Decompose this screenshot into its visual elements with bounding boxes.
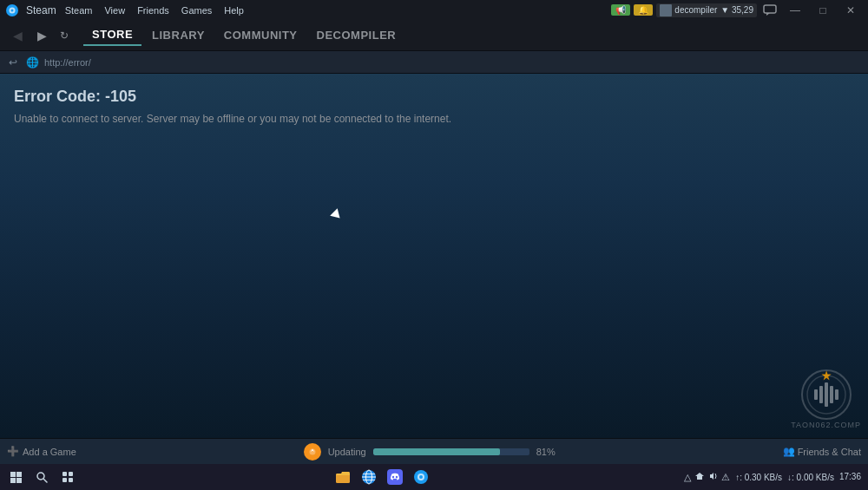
points-badge: ▼ 35,29 xyxy=(720,5,753,15)
game-updating-icon xyxy=(304,443,321,461)
svg-point-31 xyxy=(419,475,423,479)
minimize-button[interactable]: — xyxy=(783,3,807,17)
tray-network-icon xyxy=(694,471,706,483)
system-tray-icons: △ ⚠ xyxy=(684,471,730,483)
addressbar: ↩ 🌐 xyxy=(0,51,868,74)
progress-bar-fill xyxy=(373,448,500,455)
svg-point-2 xyxy=(11,9,14,11)
status-right: 👥 Friends & Chat xyxy=(783,446,861,457)
taskbar-search-button[interactable] xyxy=(30,466,54,488)
svg-rect-8 xyxy=(825,382,828,407)
avatar xyxy=(660,4,672,16)
close-button[interactable]: ✕ xyxy=(838,3,863,17)
tab-community[interactable]: COMMUNITY xyxy=(215,25,306,45)
svg-rect-16 xyxy=(62,472,67,476)
svg-line-15 xyxy=(44,480,48,483)
windows-logo-icon xyxy=(10,472,22,483)
tab-decompiler[interactable]: DECOMPILER xyxy=(308,25,405,45)
taskbar-apps xyxy=(331,466,433,488)
svg-point-14 xyxy=(37,473,44,480)
error-message: Unable to connect to server. Server may … xyxy=(14,113,854,125)
user-account-button[interactable]: decompiler ▼ 35,29 xyxy=(656,3,757,17)
broadcast-button[interactable]: 📢 xyxy=(611,4,630,16)
progress-percent-label: 81% xyxy=(536,447,556,457)
add-game-label: Add a Game xyxy=(23,447,76,457)
titlebar: Steam Steam View Friends Games Help 📢 🔔 … xyxy=(0,0,868,20)
network-download-label: ↓: 0.00 KB/s xyxy=(787,473,834,482)
main-content: Error Code: -105 Unable to connect to se… xyxy=(0,74,868,438)
menu-friends[interactable]: Friends xyxy=(135,5,171,16)
menubar: ◀ ▶ ↻ STORE LIBRARY COMMUNITY DECOMPILER xyxy=(0,20,868,51)
forward-button[interactable]: ▶ xyxy=(31,25,52,46)
tray-up-icon[interactable]: △ xyxy=(684,472,691,483)
tray-volume-icon xyxy=(708,471,719,483)
menu-view[interactable]: View xyxy=(102,5,127,16)
tab-library[interactable]: LIBRARY xyxy=(143,25,214,45)
back-button[interactable]: ◀ xyxy=(7,25,28,46)
svg-rect-19 xyxy=(69,478,73,482)
titlebar-right: 📢 🔔 decompiler ▼ 35,29 — □ ✕ xyxy=(611,3,863,18)
status-center: Updating 81% xyxy=(83,443,776,461)
network-upload-label: ↑: 0.30 KB/s xyxy=(735,473,782,482)
progress-bar xyxy=(373,448,529,455)
friends-chat-label: Friends & Chat xyxy=(798,447,861,457)
taskbar-left xyxy=(3,466,80,488)
steam-logo-icon xyxy=(5,3,19,17)
svg-rect-9 xyxy=(830,386,833,403)
taskbar-app-discord[interactable] xyxy=(383,466,407,488)
svg-rect-7 xyxy=(819,386,823,403)
svg-point-27 xyxy=(392,476,394,478)
time-label: 17:36 xyxy=(839,472,861,482)
add-game-button[interactable]: ➕ Add a Game xyxy=(7,446,76,457)
maximize-button[interactable]: □ xyxy=(811,3,835,17)
cursor xyxy=(330,208,344,222)
tray-warning-icon: ⚠ xyxy=(721,472,730,483)
taskbar-view-button[interactable] xyxy=(56,466,80,488)
windows-start-button[interactable] xyxy=(3,466,28,488)
nav-tabs: STORE LIBRARY COMMUNITY DECOMPILER xyxy=(83,24,404,46)
watermark-text: TAON062.COMP xyxy=(791,421,861,429)
username-label: decompiler xyxy=(674,5,717,15)
updating-label: Updating xyxy=(328,447,366,457)
statusbar: ➕ Add a Game Updating 81% 👥 Friends & Ch… xyxy=(0,438,868,464)
taskbar-right: △ ⚠ ↑: 0.30 KB/s ↓: 0.00 KB/s 17:36 xyxy=(684,471,865,483)
friends-chat-button[interactable]: 👥 Friends & Chat xyxy=(783,446,861,457)
svg-rect-17 xyxy=(69,472,73,476)
friends-icon: 👥 xyxy=(783,446,795,457)
taskbar-app-browser[interactable] xyxy=(357,466,381,488)
taskbar-app-file-explorer[interactable] xyxy=(331,466,355,488)
chat-icon-button[interactable] xyxy=(760,3,779,18)
svg-rect-10 xyxy=(835,389,838,400)
app-title: Steam xyxy=(26,4,56,16)
notification-button[interactable]: 🔔 xyxy=(634,4,653,16)
taskbar-clock: 17:36 xyxy=(839,472,861,482)
globe-icon: 🌐 xyxy=(26,56,39,69)
addr-back-button[interactable]: ↩ xyxy=(5,55,21,70)
add-game-icon: ➕ xyxy=(7,446,19,457)
watermark: TAON062.COMP xyxy=(791,369,861,429)
svg-rect-18 xyxy=(62,478,67,482)
menu-help[interactable]: Help xyxy=(222,5,246,16)
address-input[interactable] xyxy=(44,57,863,68)
menu-games[interactable]: Games xyxy=(180,5,214,16)
svg-rect-3 xyxy=(764,5,776,13)
taskbar: △ ⚠ ↑: 0.30 KB/s ↓: 0.00 KB/s 17:36 xyxy=(0,464,868,490)
svg-rect-6 xyxy=(814,389,818,400)
error-code: Error Code: -105 xyxy=(14,88,854,106)
menu-steam[interactable]: Steam xyxy=(63,5,95,16)
refresh-button[interactable]: ↻ xyxy=(56,27,73,44)
taskbar-app-steam[interactable] xyxy=(409,466,433,488)
watermark-icon xyxy=(800,369,852,421)
titlebar-left: Steam Steam View Friends Games Help xyxy=(5,3,246,17)
svg-point-28 xyxy=(396,476,398,478)
titlebar-menus: Steam View Friends Games Help xyxy=(63,5,246,16)
tab-store[interactable]: STORE xyxy=(83,24,141,46)
